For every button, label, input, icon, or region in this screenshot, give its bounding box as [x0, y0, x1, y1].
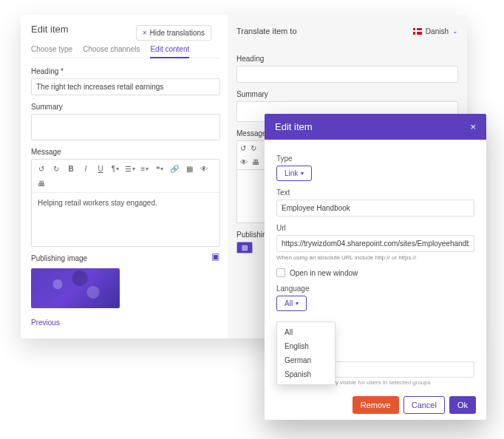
language-option-english[interactable]: English	[277, 339, 335, 353]
modal-body: Type Link ▾ Text Url When using an absol…	[265, 140, 486, 389]
language-dropdown-menu: All English German Spanish	[276, 321, 336, 385]
flag-dk-icon	[413, 28, 422, 35]
type-label: Type	[276, 154, 474, 163]
language-option-all[interactable]: All	[277, 325, 335, 339]
print-icon[interactable]: 🖶	[36, 178, 47, 188]
text-label: Text	[276, 188, 474, 197]
modal-title: Edit item	[275, 121, 313, 132]
ok-button[interactable]: Ok	[449, 396, 476, 414]
image-icon[interactable]: ▦	[184, 163, 194, 174]
url-input[interactable]	[276, 235, 474, 252]
edit-item-modal: Edit item × Type Link ▾ Text Url When us…	[265, 114, 486, 420]
modal-header: Edit item ×	[265, 114, 486, 140]
publishing-image-preview[interactable]	[31, 268, 120, 308]
language-label: Language	[276, 285, 474, 293]
publishing-image-label: Publishing image	[31, 254, 87, 262]
hide-translations-button[interactable]: × Hide translations	[136, 25, 211, 41]
x-icon: ×	[143, 29, 147, 37]
summary-textarea[interactable]	[31, 114, 220, 140]
eye-icon[interactable]: 👁	[199, 163, 209, 174]
tab-choose-channels[interactable]: Choose channels	[83, 45, 140, 53]
url-label: Url	[276, 224, 474, 232]
t-eye-icon[interactable]: 👁	[240, 158, 248, 166]
t-image-placeholder-icon[interactable]: ▨	[236, 242, 253, 253]
remove-button[interactable]: Remove	[353, 396, 399, 414]
bold-icon[interactable]: B	[66, 163, 76, 174]
paragraph-icon[interactable]: ¶	[110, 163, 120, 174]
chevron-down-icon: ▾	[301, 170, 304, 177]
open-new-window-checkbox[interactable]: Open in new window	[276, 268, 474, 277]
publishing-image-action-icon[interactable]: ▣	[211, 251, 220, 262]
previous-link[interactable]: Previous	[31, 319, 60, 327]
chevron-down-icon: ⌄	[452, 27, 458, 35]
summary-label: Summary	[31, 103, 220, 111]
url-hint: When using an absolute URL include http:…	[276, 254, 474, 261]
language-option-german[interactable]: German	[277, 353, 335, 367]
language-value: All	[285, 299, 293, 307]
italic-icon[interactable]: I	[81, 163, 91, 174]
edit-left-column: Edit item Choose type Choose channels Ed…	[21, 15, 228, 338]
heading-label: Heading	[31, 67, 220, 75]
message-label: Message	[31, 148, 220, 156]
tab-edit-content[interactable]: Edit content	[150, 45, 189, 58]
t-redo-icon[interactable]: ↻	[251, 144, 256, 152]
t-summary-label: Summary	[236, 90, 458, 98]
undo-icon[interactable]: ↺	[36, 163, 47, 174]
language-option-spanish[interactable]: Spanish	[277, 367, 335, 381]
chevron-down-icon: ▾	[296, 300, 299, 307]
tab-bar: Choose type Choose channels Edit content	[31, 45, 220, 58]
language-dropdown-button[interactable]: All ▾	[276, 296, 307, 311]
modal-footer: Remove Cancel Ok	[265, 389, 486, 420]
editor-body[interactable]: Helping retail workers stay engaged.	[32, 193, 219, 246]
language-selector[interactable]: Danish ⌄	[413, 27, 458, 35]
translate-title: Translate item to	[236, 27, 297, 35]
redo-icon[interactable]: ↻	[51, 163, 61, 174]
checkbox-icon	[276, 268, 285, 277]
editor-toolbar: ↺ ↻ B I U ¶ ☰ ≡ ❝ 🔗 ▦ 👁 🖶	[32, 160, 219, 193]
language-name: Danish	[426, 27, 449, 35]
type-dropdown-button[interactable]: Link ▾	[276, 166, 312, 181]
t-heading-input[interactable]	[236, 66, 458, 83]
modal-close-icon[interactable]: ×	[470, 121, 476, 132]
t-undo-icon[interactable]: ↺	[240, 144, 246, 152]
underline-icon[interactable]: U	[95, 163, 106, 174]
number-list-icon[interactable]: ≡	[140, 163, 150, 174]
quote-icon[interactable]: ❝	[154, 163, 165, 174]
cancel-button[interactable]: Cancel	[403, 396, 445, 414]
link-icon[interactable]: 🔗	[169, 163, 180, 174]
tab-choose-type[interactable]: Choose type	[31, 45, 72, 53]
heading-input[interactable]	[31, 78, 220, 95]
type-value: Link	[285, 169, 298, 177]
open-new-window-label: Open in new window	[290, 269, 358, 277]
t-print-icon[interactable]: 🖶	[252, 158, 259, 166]
message-editor: ↺ ↻ B I U ¶ ☰ ≡ ❝ 🔗 ▦ 👁 🖶 Helping retail…	[31, 159, 220, 247]
t-heading-label: Heading	[236, 55, 458, 63]
text-input[interactable]	[276, 200, 474, 217]
bullet-list-icon[interactable]: ☰	[125, 163, 135, 174]
hide-translations-label: Hide translations	[150, 29, 205, 37]
